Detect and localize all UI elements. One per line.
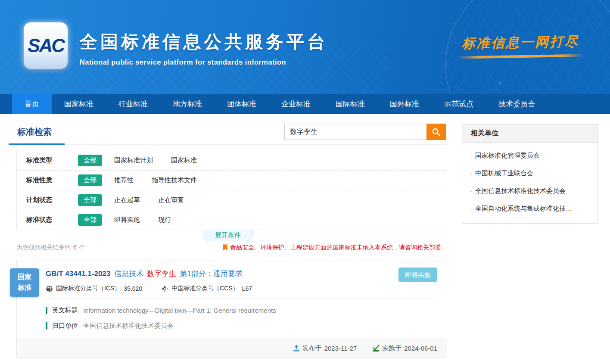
related-unit-link-1[interactable]: ·中国机械工业联合会 (470, 169, 590, 177)
related-unit-link-2[interactable]: ·全国信息技术标准化技术委员会 (470, 187, 590, 195)
standard-title-part1[interactable]: 信息技术 (114, 270, 143, 278)
search-results-column: 标准检索 标准类型全部国家标准计划国家标准标准性质全部推荐性指导性技术文件计划状… (9, 120, 447, 358)
nav-item-technical-committee[interactable]: 技术委员会 (486, 94, 548, 114)
filter-plan-status-option-0[interactable]: 正在起草 (114, 196, 140, 204)
slogan-underline (458, 54, 583, 59)
nav-item-international-standard[interactable]: 国际标准 (323, 94, 377, 114)
related-units-list: ·国家标准化管理委员会·中国机械工业联合会·全国信息技术标准化技术委员会·全国自… (462, 143, 598, 223)
filter-plan-status-all[interactable]: 全部 (78, 194, 102, 206)
results-count-suffix: 个 (79, 244, 85, 251)
filter-panel: 标准类型全部国家标准计划国家标准标准性质全部推荐性指导性技术文件计划状态全部正在… (16, 150, 447, 230)
site-titles: 全国标准信息公共服务平台 National public service pla… (80, 30, 328, 66)
publish-label: 发布于 (302, 344, 322, 352)
filter-row-plan-status: 计划状态全部正在起草正在审查 (17, 190, 447, 210)
related-unit-item: ·全国信息技术标准化技术委员会 (462, 182, 598, 199)
related-units-panel: 相关单位 ·国家标准化管理委员会·中国机械工业联合会·全国信息技术标准化技术委员… (462, 124, 598, 224)
related-unit-link-0[interactable]: ·国家标准化管理委员会 (470, 152, 590, 160)
standard-code[interactable]: GB/T 43441.1-2023 (46, 270, 110, 278)
standard-type-badge: 国家 标准 (10, 268, 39, 297)
card-footer: 发布于 2023-11-27 实施于 2024-06-01 (17, 339, 447, 357)
related-unit-item: ·全国自动化系统与集成标准化技… (462, 199, 598, 217)
teal-bar (46, 307, 47, 314)
main-nav: 首页国家标准行业标准地方标准团体标准企业标准国际标准国外标准示范试点技术委员会 (0, 94, 610, 114)
type-badge-line1: 国家 (18, 272, 31, 283)
filter-row-standard-nature: 标准性质全部推荐性指导性技术文件 (17, 170, 447, 190)
compass-icon (161, 285, 168, 292)
implement-date-item: 实施于 2024-06-01 (372, 344, 437, 352)
standard-result-card: 国家 标准 GB/T 43441.1-2023信息技术数字孪生第1部分：通用要求… (16, 261, 447, 358)
nav-item-local-standard[interactable]: 地方标准 (160, 94, 215, 114)
standard-title-row: GB/T 43441.1-2023信息技术数字孪生第1部分：通用要求 即将实施 (46, 261, 437, 279)
classification-row: 国际标准分类号（ICS） 35.020 中国标准分类号（CCS (46, 285, 437, 292)
nav-item-industry-standard[interactable]: 行业标准 (106, 94, 160, 114)
filter-standard-status-all[interactable]: 全部 (78, 214, 102, 226)
standard-title-highlight[interactable]: 数字孪生 (147, 270, 176, 278)
filter-standard-type-option-0[interactable]: 国家标准计划 (114, 156, 153, 165)
committee-value: 全国信息技术标准化技术委员会 (83, 322, 174, 330)
results-notice-text: 食品安全、环境保护、工程建设方面的国家标准未纳入本系统，请咨询相关部委。 (230, 244, 447, 252)
bullet-dot: · (470, 205, 472, 212)
ccs-label: 中国标准分类号（CCS） (171, 285, 239, 292)
bullet-dot: · (470, 169, 472, 177)
english-title-value: Information technology—Digital twin—Part… (83, 307, 276, 314)
filter-row-standard-type: 标准类型全部国家标准计划国家标准 (17, 150, 447, 170)
card-divider (46, 299, 437, 299)
filter-standard-nature-option-1[interactable]: 指导性技术文件 (152, 176, 197, 184)
committee-label: 归口单位 (52, 322, 78, 330)
filter-standard-type-all[interactable]: 全部 (78, 155, 102, 166)
bullet-dot: · (470, 187, 472, 194)
related-unit-item: ·中国机械工业联合会 (462, 164, 598, 182)
results-count: 为您找到相关结果约 6 个 (16, 244, 85, 252)
nav-item-pilot-demo[interactable]: 示范试点 (432, 94, 486, 114)
related-units-title: 相关单位 (462, 124, 598, 143)
results-notice: 食品安全、环境保护、工程建设方面的国家标准未纳入本系统，请咨询相关部委。 (222, 244, 447, 252)
nav-item-foreign-standard[interactable]: 国外标准 (377, 94, 432, 114)
ccs-value: L67 (242, 285, 252, 292)
standard-title-link[interactable]: GB/T 43441.1-2023信息技术数字孪生第1部分：通用要求 (46, 270, 243, 278)
filter-standard-type-option-1[interactable]: 国家标准 (171, 156, 197, 165)
search-button[interactable] (426, 124, 446, 140)
implement-date: 2024-06-01 (404, 345, 437, 352)
nav-item-home[interactable]: 首页 (12, 94, 52, 114)
ics-value: 35.020 (124, 285, 142, 292)
results-count-prefix: 为您找到相关结果约 (16, 244, 71, 251)
bullet-dot: · (470, 152, 472, 159)
english-title-label: 英文标题 (52, 306, 78, 314)
page: SAC 全国标准信息公共服务平台 National public service… (0, 0, 610, 364)
header-slogan: 标准信息一网打尽 (458, 32, 584, 59)
nav-item-enterprise-standard[interactable]: 企业标准 (269, 94, 323, 114)
related-unit-link-3[interactable]: ·全国自动化系统与集成标准化技… (470, 205, 590, 213)
sac-logo: SAC (24, 22, 68, 69)
type-badge-line2: 标准 (18, 283, 31, 293)
nav-item-group-standard[interactable]: 团体标准 (215, 94, 269, 114)
results-count-number: 6 (73, 244, 77, 251)
check-icon (372, 345, 380, 352)
tab-standard-search[interactable]: 标准检索 (9, 126, 65, 145)
committee-row: 归口单位 全国信息技术标准化技术委员会 (46, 322, 437, 330)
ccs-item: 中国标准分类号（CCS） L67 (161, 285, 252, 292)
filter-standard-nature-option-0[interactable]: 推荐性 (114, 176, 134, 184)
search-icon (432, 128, 441, 137)
standard-title-part2[interactable]: 第1部分：通用要求 (180, 270, 242, 278)
results-meta: 为您找到相关结果约 6 个 食品安全、环境保护、工程建设方面的国家标准未纳入本系… (16, 244, 447, 252)
filter-standard-nature-all[interactable]: 全部 (78, 174, 102, 186)
filter-label-standard-type: 标准类型 (26, 156, 78, 165)
search-section-head: 标准检索 (9, 120, 447, 145)
bookmark-icon (222, 244, 228, 251)
expand-conditions-button[interactable]: 展开条件 (203, 230, 253, 241)
nav-item-national-standard[interactable]: 国家标准 (52, 94, 106, 114)
sac-logo-text: SAC (28, 35, 64, 56)
ics-label: 国际标准分类号（ICS） (56, 285, 120, 292)
search-input[interactable] (284, 124, 426, 140)
filter-standard-status-option-1[interactable]: 现行 (158, 216, 171, 224)
filter-row-standard-status: 标准状态全部即将实施现行 (17, 210, 447, 230)
card-body: GB/T 43441.1-2023信息技术数字孪生第1部分：通用要求 即将实施 (17, 261, 447, 332)
site-title: 全国标准信息公共服务平台 (80, 30, 328, 54)
filter-label-standard-nature: 标准性质 (26, 176, 78, 184)
expand-wrap: 展开条件 (9, 230, 447, 242)
teal-bar (46, 322, 47, 330)
filter-label-standard-status: 标准状态 (26, 216, 78, 224)
status-badge: 即将实施 (398, 268, 437, 282)
filter-plan-status-option-1[interactable]: 正在审查 (158, 196, 184, 204)
filter-standard-status-option-0[interactable]: 即将实施 (114, 216, 140, 224)
